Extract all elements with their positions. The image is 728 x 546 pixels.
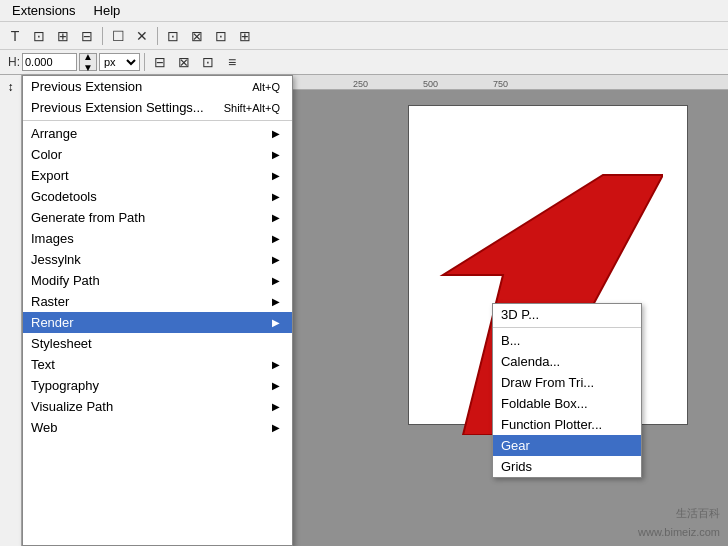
menu-item-gcodetools[interactable]: Gcodetools ▶ [23,186,292,207]
menu-item-web[interactable]: Web ▶ [23,417,292,438]
render-submenu: 3D P... B... Calenda... Draw From Tri...… [492,303,642,478]
menu-item-arrange[interactable]: Arrange ▶ [23,123,292,144]
watermark-line1: 生活百科 [676,506,720,521]
menu-item-previous-extension-settings[interactable]: Previous Extension Settings... Shift+Alt… [23,97,292,118]
extensions-menu-trigger[interactable]: Extensions [4,1,84,20]
render-submenu-item-grids[interactable]: Grids [493,456,641,477]
menu-item-generate-from-path[interactable]: Generate from Path ▶ [23,207,292,228]
extensions-dropdown: Previous Extension Alt+Q Previous Extens… [22,75,293,546]
select-icon[interactable]: ⊡ [28,25,50,47]
menu-item-color[interactable]: Color ▶ [23,144,292,165]
align-icon[interactable]: ⊟ [76,25,98,47]
unit-select[interactable]: px mm cm in [99,53,140,71]
menu-item-jessyink[interactable]: Jessylnk ▶ [23,249,292,270]
menu-bar: Extensions Help [0,0,728,22]
watermark-line2: www.bimeiz.com [638,526,720,538]
side-tool-arrow[interactable]: ↕ [1,77,21,97]
render-submenu-item-foldable-box[interactable]: Foldable Box... [493,393,641,414]
toolbar-row-2: H: ▲▼ px mm cm in ⊟ ⊠ ⊡ ≡ [0,50,728,74]
menu-item-export[interactable]: Export ▶ [23,165,292,186]
menu-item-previous-extension[interactable]: Previous Extension Alt+Q [23,76,292,97]
menu-item-typography[interactable]: Typography ▶ [23,375,292,396]
align-justify-icon[interactable]: ≡ [221,51,243,73]
render-submenu-item-calendar[interactable]: Calenda... [493,351,641,372]
menu-item-raster[interactable]: Raster ▶ [23,291,292,312]
h-input[interactable] [22,53,77,71]
render-submenu-item-draw-from-tri[interactable]: Draw From Tri... [493,372,641,393]
lock-icon[interactable]: ✕ [131,25,153,47]
ruler-mark-750: 750 [493,79,508,89]
toolbar-area: Extensions Help T ⊡ ⊞ ⊟ ☐ ✕ ⊡ ⊠ ⊡ ⊞ H: ▲… [0,0,728,75]
menu-item-modify-path[interactable]: Modify Path ▶ [23,270,292,291]
toolbar-sep-1 [102,27,103,45]
menu-sep-1 [23,120,292,121]
ruler-horizontal: 250 500 750 [293,75,728,90]
menu-item-stylesheet[interactable]: Stylesheet [23,333,292,354]
ruler-mark-500: 500 [423,79,438,89]
align-center-icon[interactable]: ⊠ [173,51,195,73]
help-menu-trigger[interactable]: Help [86,1,129,20]
render-sub-sep [493,327,641,328]
align-right-icon[interactable]: ⊡ [197,51,219,73]
toolbar-row-1: T ⊡ ⊞ ⊟ ☐ ✕ ⊡ ⊠ ⊡ ⊞ [0,22,728,50]
menu-item-text[interactable]: Text ▶ [23,354,292,375]
main-area: ↕ Previous Extension Alt+Q Previous Exte… [0,75,728,546]
export-icon[interactable]: ☐ [107,25,129,47]
snap-icon-1[interactable]: ⊡ [162,25,184,47]
render-submenu-item-function-plotter[interactable]: Function Plotter... [493,414,641,435]
snap-icon-3[interactable]: ⊡ [210,25,232,47]
lock-button[interactable]: ▲▼ [79,53,97,71]
canvas-area: 250 500 750 3D P... B... Calenda... Draw… [293,75,728,546]
snap-icon-4[interactable]: ⊞ [234,25,256,47]
text-tool-icon[interactable]: T [4,25,26,47]
ruler-mark-250: 250 [353,79,368,89]
align-left-icon[interactable]: ⊟ [149,51,171,73]
toolbar-sep-3 [144,53,145,71]
h-label: H: [8,55,20,69]
snap-icon-2[interactable]: ⊠ [186,25,208,47]
menu-item-render[interactable]: Render ▶ [23,312,292,333]
render-submenu-item-b[interactable]: B... [493,330,641,351]
render-submenu-item-gear[interactable]: Gear [493,435,641,456]
menu-item-images[interactable]: Images ▶ [23,228,292,249]
side-toolbar: ↕ [0,75,22,546]
toolbar-sep-2 [157,27,158,45]
node-icon[interactable]: ⊞ [52,25,74,47]
render-submenu-item-3d[interactable]: 3D P... [493,304,641,325]
menu-item-visualize-path[interactable]: Visualize Path ▶ [23,396,292,417]
